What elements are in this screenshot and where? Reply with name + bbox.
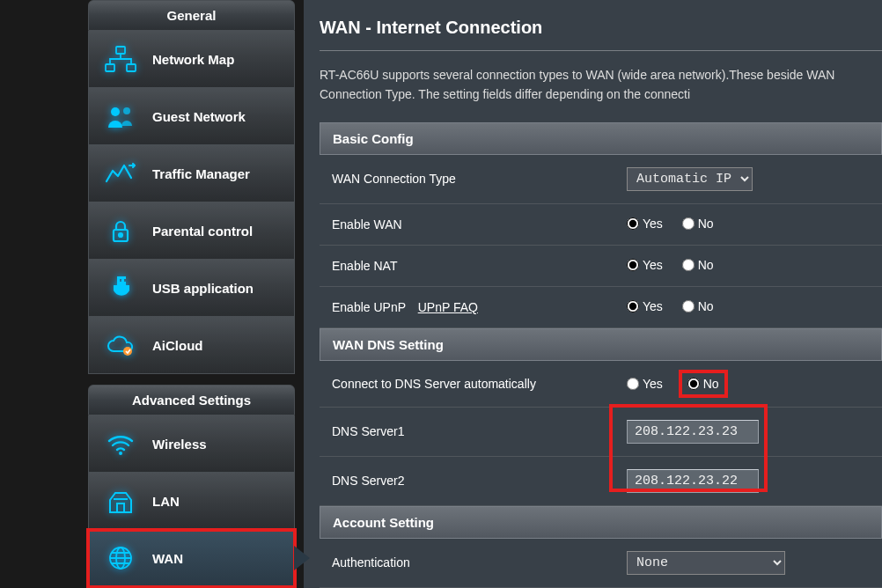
- guest-network-icon: [103, 100, 138, 132]
- sidebar-item-label: WAN: [152, 551, 183, 566]
- usb-application-icon: [103, 272, 138, 304]
- sidebar: General Network Map Guest Network Traffi…: [0, 0, 304, 588]
- label-dns-server2: DNS Server2: [320, 456, 614, 505]
- sidebar-general-header: General: [88, 0, 295, 31]
- network-map-icon: [103, 43, 138, 75]
- parental-control-icon: [103, 215, 138, 246]
- label-dns-server1: DNS Server1: [320, 407, 614, 456]
- dns-setting-table: Connect to DNS Server automatically Yes …: [320, 361, 882, 506]
- svg-rect-1: [106, 64, 114, 71]
- enable-nat-yes-radio[interactable]: [627, 259, 639, 271]
- svg-point-8: [119, 452, 122, 455]
- content-area: WAN - Internet Connection RT-AC66U suppo…: [304, 0, 882, 588]
- sidebar-item-label: AiCloud: [152, 338, 203, 353]
- label-dns-auto: Connect to DNS Server automatically: [320, 361, 614, 408]
- account-setting-table: Authentication None: [320, 539, 882, 588]
- dns-server2-input[interactable]: [627, 469, 759, 493]
- svg-rect-0: [116, 47, 125, 54]
- label-authentication: Authentication: [320, 539, 614, 588]
- dns-auto-no-radio[interactable]: [687, 378, 700, 390]
- wan-icon: [103, 542, 138, 574]
- lan-icon: [103, 485, 138, 517]
- sidebar-item-wan[interactable]: WAN: [88, 530, 295, 587]
- sidebar-item-lan[interactable]: LAN: [88, 473, 295, 530]
- enable-upnp-no-radio[interactable]: [682, 300, 695, 312]
- enable-nat-no-radio[interactable]: [682, 259, 695, 271]
- wan-connection-type-select[interactable]: Automatic IP: [627, 167, 753, 191]
- section-header-account: Account Setting: [320, 506, 882, 539]
- sidebar-item-network-map[interactable]: Network Map: [88, 31, 295, 88]
- sidebar-item-label: USB application: [152, 281, 254, 296]
- wireless-icon: [103, 428, 138, 459]
- upnp-faq-link[interactable]: UPnP FAQ: [418, 300, 478, 314]
- enable-upnp-yes-radio[interactable]: [627, 300, 639, 312]
- sidebar-item-label: Guest Network: [152, 109, 246, 124]
- svg-rect-2: [127, 64, 136, 71]
- traffic-manager-icon: [103, 158, 138, 189]
- label-wan-connection-type: WAN Connection Type: [320, 155, 614, 204]
- sidebar-item-traffic-manager[interactable]: Traffic Manager: [88, 145, 295, 202]
- page-title: WAN - Internet Connection: [320, 18, 882, 38]
- section-header-basic: Basic Config: [320, 122, 882, 155]
- svg-point-3: [111, 107, 120, 116]
- page-description: RT-AC66U supports several connection typ…: [320, 65, 882, 105]
- sidebar-item-label: Traffic Manager: [152, 166, 250, 181]
- svg-rect-9: [117, 503, 124, 512]
- sidebar-item-wireless[interactable]: Wireless: [88, 415, 295, 473]
- sidebar-item-label: LAN: [152, 494, 180, 509]
- sidebar-item-aicloud[interactable]: AiCloud: [88, 317, 295, 374]
- sidebar-item-parental-control[interactable]: Parental control: [88, 202, 295, 260]
- label-enable-upnp: Enable UPnP: [332, 300, 406, 314]
- dns-server1-input[interactable]: [627, 420, 759, 444]
- svg-point-6: [119, 233, 122, 237]
- dns-auto-yes-radio[interactable]: [627, 378, 639, 390]
- title-divider: [320, 50, 882, 51]
- enable-wan-no-radio[interactable]: [682, 217, 695, 230]
- enable-wan-yes-radio[interactable]: [627, 217, 639, 230]
- svg-point-4: [123, 107, 130, 114]
- svg-point-7: [123, 347, 132, 356]
- label-enable-wan: Enable WAN: [320, 203, 614, 245]
- sidebar-item-label: Wireless: [152, 437, 207, 452]
- aicloud-icon: [103, 329, 138, 361]
- section-header-dns: WAN DNS Setting: [320, 328, 882, 361]
- sidebar-advanced-header: Advanced Settings: [88, 385, 295, 415]
- label-enable-nat: Enable NAT: [320, 245, 614, 286]
- authentication-select[interactable]: None: [627, 551, 785, 575]
- sidebar-item-label: Network Map: [152, 52, 234, 67]
- sidebar-item-guest-network[interactable]: Guest Network: [88, 88, 295, 145]
- sidebar-item-usb-application[interactable]: USB application: [88, 260, 295, 317]
- basic-config-table: WAN Connection Type Automatic IP Enable …: [320, 155, 882, 328]
- sidebar-item-label: Parental control: [152, 224, 253, 239]
